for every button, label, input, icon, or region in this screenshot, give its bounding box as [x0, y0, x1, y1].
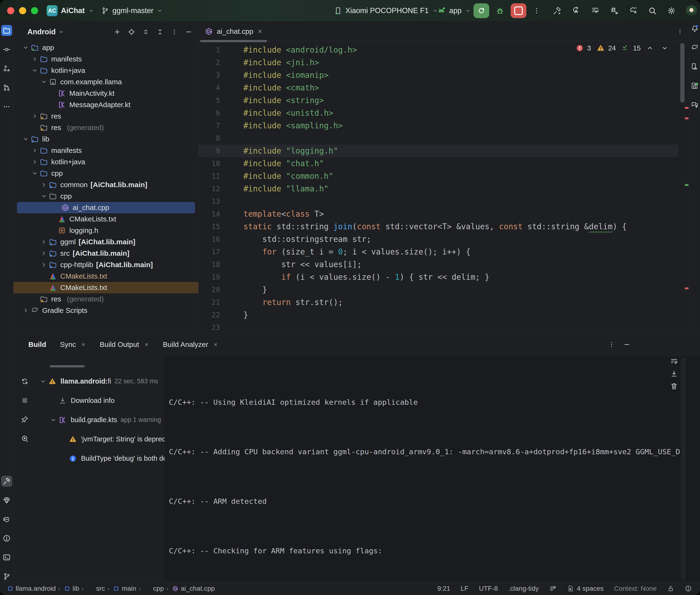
gradle-sync-button[interactable]: [629, 6, 638, 15]
close-tab-icon[interactable]: [81, 342, 86, 347]
code-line[interactable]: 23: [199, 321, 678, 332]
hide-panel-button[interactable]: [185, 28, 192, 35]
indent-widget[interactable]: 4 spaces: [567, 585, 604, 592]
code-inspection-button[interactable]: [571, 6, 581, 15]
debug-button[interactable]: [496, 6, 504, 15]
tree-row[interactable]: manifests: [13, 145, 198, 156]
code-line[interactable]: 21 return str.str();: [199, 296, 678, 309]
panel-options-button[interactable]: [608, 341, 615, 348]
tree-row[interactable]: ggml [AiChat.lib.main]: [13, 236, 198, 248]
more-actions-button[interactable]: [533, 7, 541, 15]
console-scrollbar[interactable]: [681, 358, 686, 580]
clear-all-button[interactable]: [670, 382, 678, 390]
rerun-button[interactable]: [474, 3, 489, 18]
code-line[interactable]: 22 }: [199, 309, 678, 321]
gradle-tool-button[interactable]: [691, 44, 699, 52]
editor-tab[interactable]: ai_chat.cpp: [199, 22, 270, 41]
build-tree-row[interactable]: llama.android: fi 22 sec, 583 ms: [36, 372, 165, 391]
tree-row[interactable]: res (generated): [13, 293, 198, 305]
chevron-down-icon[interactable]: [30, 169, 39, 178]
chevron-icon[interactable]: [49, 396, 58, 405]
chevron-icon[interactable]: [52, 203, 61, 212]
tree-row[interactable]: cpp: [13, 191, 198, 202]
chevron-icon[interactable]: [59, 434, 68, 444]
tree-row[interactable]: cpp: [13, 168, 198, 179]
gemini-chat-button[interactable]: [691, 101, 699, 109]
search-everywhere-button[interactable]: [648, 6, 657, 15]
chevron-down-icon[interactable]: [21, 135, 30, 144]
inspections-status-icon[interactable]: [685, 585, 692, 592]
code-line[interactable]: 2 #include <jni.h>: [199, 56, 678, 69]
chevron-right-icon[interactable]: [39, 237, 48, 247]
build-hammer-button[interactable]: [553, 6, 562, 15]
code-line[interactable]: 10 #include "chat.h": [199, 157, 678, 170]
settings-button[interactable]: [667, 6, 676, 15]
tree-row[interactable]: MessageAdapter.kt: [13, 99, 198, 111]
terminal-tool-button[interactable]: [1, 552, 12, 563]
tree-row[interactable]: CMakeLists.txt: [13, 213, 198, 225]
code-line[interactable]: 12 #include "llama.h": [199, 182, 678, 195]
tree-row[interactable]: kotlin+java: [13, 156, 198, 168]
select-opened-file-button[interactable]: [128, 28, 135, 35]
close-window-button[interactable]: [7, 7, 14, 14]
rerun-sync-button[interactable]: [21, 377, 29, 386]
device-selector[interactable]: Xiaomi POCOPHONE F1: [334, 0, 438, 22]
context-widget[interactable]: Context: None: [614, 585, 657, 592]
chevron-icon[interactable]: [48, 215, 57, 224]
tree-row[interactable]: Gradle Scripts: [13, 305, 198, 316]
running-devices-button[interactable]: [691, 82, 699, 90]
caret-position[interactable]: 9:21: [437, 585, 450, 592]
code-line[interactable]: 5 #include <string>: [199, 94, 678, 107]
user-avatar[interactable]: [686, 5, 697, 16]
chevron-right-icon[interactable]: [39, 180, 48, 189]
code-line[interactable]: 11 #include "common.h": [199, 170, 678, 182]
clang-tidy-widget[interactable]: .clang-tidy: [508, 585, 539, 592]
stripe-mark-green[interactable]: [685, 184, 689, 186]
tree-row[interactable]: CMakeLists.txt: [13, 282, 198, 293]
breadcrumb-item[interactable]: main ›: [113, 585, 141, 592]
tree-row[interactable]: com.example.llama: [13, 76, 198, 88]
breadcrumb-item[interactable]: lib ›: [64, 585, 84, 592]
chevron-right-icon[interactable]: [21, 306, 30, 315]
next-issue-button[interactable]: [661, 45, 668, 52]
breadcrumb-item[interactable]: src ›: [87, 585, 109, 592]
minimize-window-button[interactable]: [19, 7, 26, 14]
chevron-icon[interactable]: [48, 89, 57, 98]
editor-scrollbar[interactable]: [680, 43, 684, 103]
close-tab-icon[interactable]: [144, 342, 149, 347]
chevron-icon[interactable]: [39, 272, 48, 281]
chevron-icon[interactable]: [39, 283, 48, 292]
problems-tool-button[interactable]: [1, 533, 12, 544]
project-view-mode[interactable]: Android: [27, 28, 56, 36]
code-line[interactable]: 14 template<class T>: [199, 208, 678, 220]
project-widget[interactable]: AC AiChat: [47, 0, 94, 22]
build-tool-button[interactable]: [1, 476, 12, 487]
tab-build-output[interactable]: Build Output: [100, 340, 149, 348]
dependencies-tool-button[interactable]: [1, 495, 12, 506]
code-line[interactable]: 9 #include "logging.h": [199, 144, 678, 157]
close-tab-icon[interactable]: [257, 28, 263, 34]
error-stripe-mark[interactable]: [685, 287, 689, 289]
tab-options-button[interactable]: [676, 28, 683, 35]
chevron-right-icon[interactable]: [30, 146, 39, 155]
file-encoding[interactable]: UTF-8: [479, 585, 498, 592]
chevron-icon[interactable]: [30, 123, 39, 132]
tab-sync[interactable]: Sync: [60, 340, 86, 348]
logcat-tool-button[interactable]: [1, 514, 12, 525]
lock-icon[interactable]: [667, 585, 674, 592]
more-tools-button[interactable]: [1, 101, 12, 112]
code-line[interactable]: 6 #include <unistd.h>: [199, 107, 678, 119]
tree-row[interactable]: ai_chat.cpp: [17, 202, 195, 213]
tree-row[interactable]: cpp-httplib [AiChat.lib.main]: [13, 259, 198, 271]
chevron-right-icon[interactable]: [30, 112, 39, 121]
error-stripe-mark[interactable]: [685, 117, 689, 119]
formatter-off-icon[interactable]: [549, 585, 556, 592]
device-manager-button[interactable]: [691, 63, 699, 71]
hide-panel-button[interactable]: [623, 341, 631, 348]
soft-wrap-button[interactable]: [670, 358, 678, 366]
tree-row[interactable]: src [AiChat.lib.main]: [13, 248, 198, 259]
chevron-down-icon[interactable]: [39, 77, 48, 86]
code-line[interactable]: 8: [199, 132, 678, 144]
commit-tool-button[interactable]: [1, 44, 12, 55]
pin-tab-button[interactable]: [21, 416, 29, 424]
